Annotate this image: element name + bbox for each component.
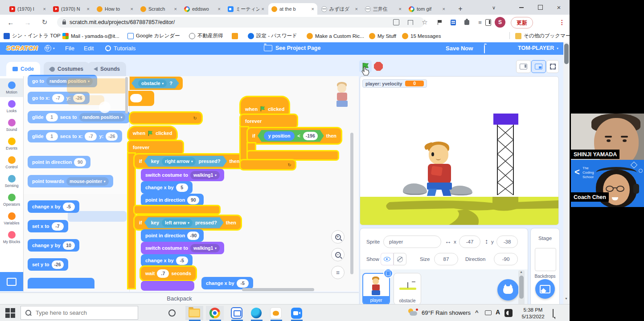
tab-code[interactable]: Code: [6, 62, 40, 76]
bookmark-item[interactable]: シン・イントラ TOP: [4, 32, 61, 40]
bookmark-item[interactable]: [232, 32, 238, 40]
back-button[interactable]: ←: [5, 17, 16, 28]
palette-setx-block[interactable]: set x to-7: [28, 220, 68, 232]
category-motion[interactable]: Motion: [0, 78, 23, 97]
switch-costume-block[interactable]: switch costume towalking1▾: [141, 169, 224, 181]
if-key-left-block[interactable]: if keyleft arrow▾pressed? then: [135, 216, 241, 229]
bookmark-item[interactable]: Mail - yamada-s@it...: [62, 32, 119, 40]
category-myblocks[interactable]: My Blocks: [0, 228, 23, 247]
bookmark-star-icon[interactable]: ☆: [421, 18, 429, 26]
account-menu[interactable]: TOM-PLAYER▾: [518, 45, 558, 51]
tab-close-icon[interactable]: ×: [355, 6, 358, 12]
point-direction-block[interactable]: point in direction-90: [141, 229, 204, 242]
tray-device-icon[interactable]: [485, 310, 492, 315]
browser-tab-1[interactable]: (1970) I×: [6, 3, 49, 15]
category-events[interactable]: Events: [0, 134, 23, 153]
chrome-icon[interactable]: [207, 306, 222, 320]
backpack-bar[interactable]: Backpack: [0, 293, 359, 304]
variable-monitor[interactable]: player: yvelocity 0: [362, 79, 427, 88]
browser-tab-9[interactable]: 三井住×: [362, 3, 405, 15]
weather-icon[interactable]: [408, 309, 418, 317]
cortana-button[interactable]: [168, 309, 176, 317]
tab-costumes[interactable]: Costumes: [44, 62, 90, 76]
other-bookmarks[interactable]: その他のブックマーク: [515, 32, 570, 40]
my-stuff-folder-icon[interactable]: [484, 45, 485, 53]
url-omnibox[interactable]: scratch.mit.edu/projects/687887857/edito…: [57, 17, 424, 28]
sprite-list-scrollbar[interactable]: ▲ ▼: [518, 270, 525, 309]
category-sound[interactable]: Sound: [0, 116, 23, 134]
update-chrome-button[interactable]: 更新: [511, 17, 533, 28]
window-maximize-button[interactable]: [531, 0, 549, 15]
media-list-icon[interactable]: ≡: [476, 18, 484, 26]
tab-close-icon[interactable]: ×: [399, 6, 402, 12]
file-menu[interactable]: File: [65, 45, 74, 52]
workspace-vertical-scrollbar[interactable]: [350, 133, 353, 274]
forward-button[interactable]: →: [22, 17, 33, 28]
tab-sounds[interactable]: Sounds: [87, 62, 126, 76]
touching-obstacle-boolean[interactable]: obstacle▾?: [131, 78, 179, 89]
clock[interactable]: 5:38 PM 5/13/2022: [517, 307, 549, 320]
sprite-card-obstacle[interactable]: obstacle: [394, 273, 421, 305]
direction-input[interactable]: -90: [494, 253, 518, 265]
y-input[interactable]: -38: [496, 236, 518, 248]
bookmark-item[interactable]: My Stuff: [369, 32, 396, 40]
search-input[interactable]: [35, 309, 126, 317]
stage-selector-panel[interactable]: Stage Backdrops: [530, 228, 560, 309]
tab-close-icon[interactable]: ×: [43, 6, 46, 12]
wait-block[interactable]: wait.7seconds: [141, 267, 196, 280]
palette-scrollbar[interactable]: [125, 77, 128, 114]
bookmark-item[interactable]: 設定 - パスワード: [248, 32, 297, 40]
tver-icon[interactable]: [229, 306, 244, 320]
video-tile-student[interactable]: SHINJI YAMADA: [571, 114, 644, 160]
palette-changex-block[interactable]: change x by-5: [28, 200, 79, 213]
browser-tab-10[interactable]: tom gif×: [406, 3, 448, 15]
bookmark-item[interactable]: Google カレンダー: [127, 32, 180, 40]
language-globe-button[interactable]: ▾: [45, 45, 55, 52]
less-than-operator[interactable]: y position<-196: [258, 130, 324, 142]
y-position-reporter[interactable]: y position: [264, 131, 295, 141]
category-operators[interactable]: Operators: [0, 191, 23, 209]
video-tile-coach[interactable]: < TheCodingSchool Coach Chen: [571, 160, 644, 207]
save-now-button[interactable]: Save Now: [446, 45, 473, 52]
zoom-reset-button[interactable]: =: [331, 266, 345, 279]
page-scroll-thumb[interactable]: [564, 44, 569, 64]
taskbar-search[interactable]: [21, 306, 138, 320]
start-button[interactable]: [4, 308, 17, 318]
weather-text[interactable]: 69°F Rain showers: [422, 309, 471, 316]
hide-button[interactable]: [394, 253, 406, 265]
point-direction-block[interactable]: point in direction90: [141, 194, 204, 206]
script-partial-block[interactable]: [128, 91, 154, 106]
tab-close-icon[interactable]: ×: [443, 6, 445, 12]
x-input[interactable]: -47: [459, 236, 480, 248]
scratch-logo[interactable]: SCRATCH: [6, 45, 38, 52]
add-sprite-button[interactable]: [497, 279, 519, 301]
category-sensing[interactable]: Sensing: [0, 172, 23, 191]
bookmark-item[interactable]: 不動産所得: [189, 32, 223, 40]
reload-button[interactable]: ↻: [39, 17, 50, 28]
size-input[interactable]: 87: [434, 253, 458, 265]
palette-gotoxy-block[interactable]: go to x:-7y:-26: [28, 92, 90, 104]
key-pressed-boolean[interactable]: keyleft arrow▾pressed?: [144, 217, 224, 228]
profile-avatar[interactable]: S: [495, 17, 505, 28]
browser-tab-3[interactable]: How to×: [94, 3, 136, 15]
add-backdrop-button[interactable]: [535, 279, 555, 299]
scroll-down-icon[interactable]: ▼: [565, 297, 568, 300]
sidebar-icon[interactable]: [484, 18, 492, 26]
tab-close-icon[interactable]: ×: [262, 6, 264, 12]
small-stage-button[interactable]: [516, 60, 531, 73]
large-stage-button[interactable]: [531, 60, 546, 73]
show-button[interactable]: [381, 253, 394, 265]
palette-sety-block[interactable]: set y to-26: [28, 258, 68, 271]
forever-block[interactable]: forever: [241, 115, 297, 127]
see-project-page-button[interactable]: See Project Page: [264, 45, 320, 51]
palette-changey-block[interactable]: change y by10: [28, 239, 79, 252]
ime-letter[interactable]: A: [496, 309, 500, 316]
tab-close-icon[interactable]: ×: [87, 6, 90, 12]
when-flag-clicked-hat[interactable]: when clicked: [241, 97, 289, 115]
palette-pointdir-block[interactable]: point in direction90: [28, 156, 90, 168]
browser-tab-active[interactable]: at the b×: [268, 3, 317, 15]
tab-search-caret[interactable]: ∨: [488, 3, 500, 12]
player-sprite[interactable]: [422, 142, 457, 197]
key-pressed-boolean[interactable]: keyright arrow▾pressed?: [144, 156, 227, 167]
browser-tab-6[interactable]: ミーティン×: [225, 3, 267, 15]
